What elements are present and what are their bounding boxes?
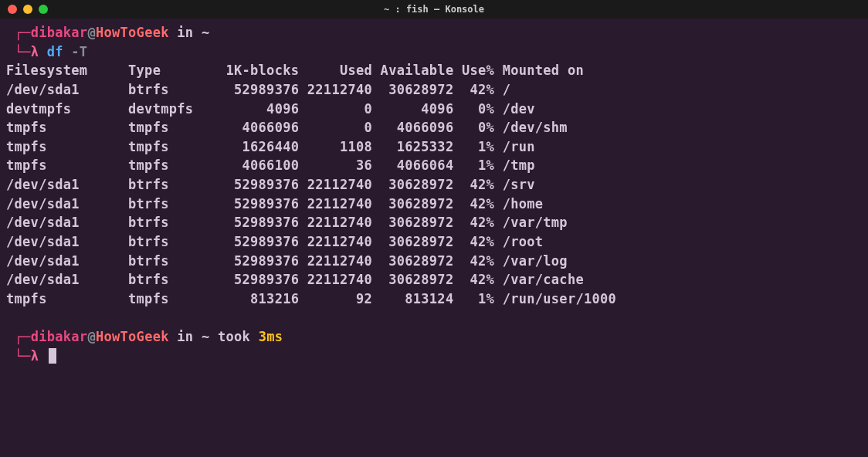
- prompt-user: dibakar: [31, 329, 88, 344]
- prompt-in: in: [169, 329, 202, 344]
- maximize-icon[interactable]: [39, 5, 48, 14]
- titlebar: ~ : fish — Konsole: [0, 0, 868, 19]
- prompt-at: @: [87, 329, 96, 344]
- prompt-path: ~: [202, 25, 210, 40]
- prompt-host: HowToGeek: [96, 25, 169, 40]
- prompt-bracket: └─: [15, 348, 31, 364]
- prompt-took: took: [209, 329, 258, 344]
- prompt-bracket: └─: [15, 44, 31, 59]
- prompt-duration: 3ms: [259, 329, 283, 344]
- prompt-lambda: λ: [31, 348, 47, 364]
- prompt-line-1-top: ┌─dibakar@HowToGeek in ~: [6, 23, 862, 42]
- prompt-line-2-top: ┌─dibakar@HowToGeek in ~ took 3ms: [6, 327, 862, 347]
- blank-line: [6, 309, 862, 328]
- prompt-line-1-bottom: └─λ df -T: [6, 42, 862, 62]
- prompt-user: dibakar: [31, 25, 88, 40]
- minimize-icon[interactable]: [23, 5, 32, 14]
- command: df: [47, 44, 63, 59]
- prompt-bracket: ┌─: [15, 25, 31, 40]
- window-title: ~ : fish — Konsole: [384, 4, 484, 15]
- prompt-path: ~: [202, 329, 210, 344]
- prompt-lambda: λ: [31, 44, 47, 59]
- prompt-at: @: [87, 25, 96, 40]
- prompt-line-2-bottom: └─λ: [6, 347, 862, 366]
- window-controls: [8, 5, 48, 14]
- prompt-host: HowToGeek: [96, 329, 169, 344]
- terminal-body[interactable]: ┌─dibakar@HowToGeek in ~ └─λ df -T Files…: [0, 19, 868, 371]
- close-icon[interactable]: [8, 5, 17, 14]
- command-flag: -T: [63, 44, 88, 59]
- prompt-in: in: [169, 25, 202, 40]
- cursor: [49, 348, 56, 364]
- df-output: Filesystem Type 1K-blocks Used Available…: [6, 61, 862, 308]
- prompt-bracket: ┌─: [15, 329, 31, 344]
